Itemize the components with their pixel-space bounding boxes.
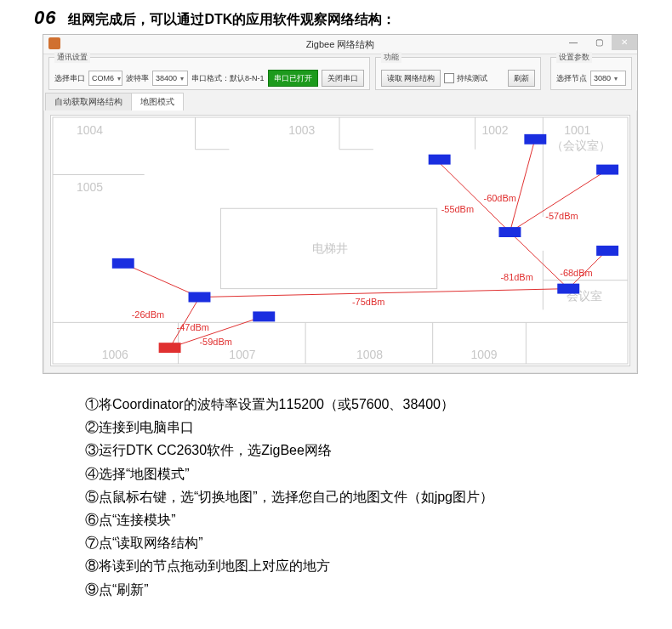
svg-rect-29 (596, 246, 618, 256)
section-heading: 06 组网完成后，可以通过DTK的应用软件观察网络结构： (34, 7, 646, 29)
room-center: 电梯井 (312, 241, 348, 255)
maximize-button[interactable]: ▢ (586, 35, 612, 50)
app-icon (48, 37, 60, 49)
open-port-button[interactable]: 串口已打开 (268, 70, 318, 87)
svg-rect-26 (524, 134, 546, 144)
group-param: 设置参数 选择节点 3080 (550, 57, 632, 90)
tab-map-mode[interactable]: 地图模式 (131, 93, 184, 110)
dbm-68: -68dBm (560, 268, 592, 278)
tab-strip: 自动获取网络结构 地图模式 (43, 93, 637, 110)
refresh-button[interactable]: 刷新 (508, 70, 535, 87)
room-1002: 1002 (482, 123, 509, 137)
room-1004: 1004 (77, 123, 103, 137)
svg-rect-33 (253, 311, 275, 321)
room-1001: 1001 (564, 123, 590, 137)
svg-rect-32 (112, 258, 134, 269)
room-1007: 1007 (229, 348, 255, 361)
port-select[interactable]: COM6 (88, 71, 122, 86)
dbm-75: -75dBm (352, 297, 384, 307)
step-5: ⑤点鼠标右键，选“切换地图”，选择您自己的地图文件（如jpg图片） (85, 485, 646, 508)
svg-rect-30 (557, 284, 579, 294)
svg-rect-25 (429, 155, 451, 165)
dbm-81: -81dBm (500, 272, 532, 282)
group-param-title: 设置参数 (556, 52, 592, 63)
step-1: ①将Coordinator的波特率设置为115200（或57600、38400） (85, 393, 646, 416)
map-canvas[interactable]: 1004 1003 1002 1001 （会议室） 1005 电梯井 会议室 1… (50, 115, 630, 366)
network-nodes[interactable] (112, 134, 618, 353)
close-button[interactable]: ✕ (612, 35, 637, 50)
port-label: 选择串口 (54, 73, 85, 84)
node-label: 选择节点 (556, 73, 587, 84)
dbm-26: -26dBm (132, 309, 164, 320)
format-label: 串口格式：默认8-N-1 (191, 73, 265, 84)
room-1008: 1008 (356, 348, 383, 361)
checkbox-icon (444, 73, 454, 83)
room-1001-sub: （会议室） (551, 139, 611, 152)
dbm-57: -57dBm (545, 211, 578, 221)
minimize-button[interactable]: — (561, 35, 586, 50)
read-network-button[interactable]: 读取 网络结构 (381, 70, 441, 87)
step-7: ⑦点“读取网络结构” (85, 531, 646, 554)
ribbon: 通讯设置 选择串口 COM6 波特率 38400 串口格式：默认8-N-1 串口… (43, 54, 637, 93)
close-port-button[interactable]: 关闭串口 (322, 70, 364, 87)
room-1005: 1005 (77, 180, 103, 194)
titlebar: Zigbee 网络结构 — ▢ ✕ (43, 35, 637, 54)
room-1009: 1009 (471, 348, 498, 361)
dbm-47: -47dBm (177, 322, 209, 332)
baud-label: 波特率 (126, 73, 149, 84)
svg-rect-28 (498, 227, 521, 237)
group-comm-title: 通讯设置 (54, 52, 90, 63)
section-title: 组网完成后，可以通过DTK的应用软件观察网络结构： (68, 11, 396, 29)
steps-list: ①将Coordinator的波特率设置为115200（或57600、38400）… (85, 393, 646, 601)
section-number: 06 (34, 7, 56, 29)
tab-auto-layout[interactable]: 自动获取网络结构 (45, 93, 132, 110)
room-1003: 1003 (288, 123, 315, 137)
room-1006: 1006 (102, 348, 128, 361)
step-6: ⑥点“连接模块” (85, 508, 646, 531)
continuous-test-checkbox[interactable]: 持续测试 (444, 73, 487, 84)
dbm-60: -60dBm (484, 193, 516, 203)
step-2: ②连接到电脑串口 (85, 416, 646, 439)
dbm-55: -55dBm (441, 204, 474, 214)
app-window: Zigbee 网络结构 — ▢ ✕ 通讯设置 选择串口 COM6 波特率 384… (43, 34, 638, 374)
group-comm: 通讯设置 选择串口 COM6 波特率 38400 串口格式：默认8-N-1 串口… (48, 57, 370, 90)
svg-rect-27 (596, 165, 618, 175)
svg-rect-34 (159, 343, 181, 353)
group-func: 功能 读取 网络结构 持续测试 刷新 (375, 57, 542, 90)
step-4: ④选择“地图模式” (85, 462, 646, 485)
svg-line-22 (123, 264, 200, 298)
group-func-title: 功能 (381, 52, 401, 63)
step-3: ③运行DTK CC2630软件，选ZigBee网络 (85, 439, 646, 462)
step-9: ⑨点“刷新” (85, 578, 646, 601)
step-8: ⑧将读到的节点拖动到地图上对应的地方 (85, 554, 646, 577)
dbm-59: -59dBm (199, 337, 231, 347)
window-title: Zigbee 网络结构 (306, 38, 375, 51)
baud-select[interactable]: 38400 (152, 71, 188, 86)
window-controls: — ▢ ✕ (561, 35, 637, 50)
svg-line-21 (199, 289, 568, 298)
svg-rect-31 (189, 292, 211, 303)
node-select[interactable]: 3080 (590, 71, 626, 86)
